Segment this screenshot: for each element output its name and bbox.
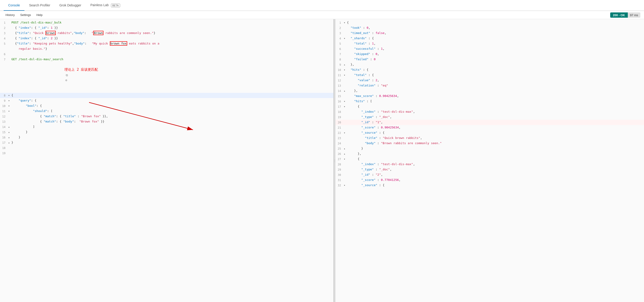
history-button[interactable]: History [4, 12, 16, 17]
code-line-3: 3 {"title": "Quick brown rabbits","body"… [0, 30, 334, 36]
result-line-30: 30 "_id" : "2", [336, 172, 644, 177]
code-line-7: 7 GET /test-dsl-dis-max/_search 理论上 2 应该… [0, 57, 334, 93]
result-line-12: 12 "value" : 2, [336, 78, 644, 83]
result-line-15: 15 "max_score" : 0.90425634, [336, 93, 644, 99]
status-badge-area: 200 - OK 97 ms [610, 12, 640, 17]
result-line-6: 6 "successful" : 1, [336, 46, 644, 51]
status-ok-label: 200 - OK [610, 12, 628, 17]
result-pane[interactable]: 1 ▾ { 2 "took" : 0, 3 "timed_out" : fals… [336, 19, 644, 302]
code-line-11: 11 ▾ "should": [ [0, 109, 334, 114]
result-code: 1 ▾ { 2 "took" : 0, 3 "timed_out" : fals… [336, 19, 644, 189]
result-line-31: 31 "_score" : 0.77041256, [336, 177, 644, 183]
result-line-8: 8 "failed" : 0 [336, 57, 644, 62]
result-line-24: 24 "body" : "Brown rabbits are commonly … [336, 141, 644, 146]
code-line-14: 14 ▴ ] [0, 124, 334, 130]
copy-icon[interactable]: ⧉ [66, 73, 68, 77]
code-line-6: 6 [0, 51, 334, 57]
result-line-18: 18 "_index" : "test-dsl-dis-max", [336, 109, 644, 114]
result-line-27: 27 ▾ { [336, 156, 644, 162]
main-content: 1 POST /test-dsl-dis-max/_bulk 2 { "inde… [0, 19, 644, 302]
code-line-15: 15 ▴ } [0, 130, 334, 135]
result-line-14: 14 ▴ }, [336, 88, 644, 93]
result-line-4: 4 ▾ "_shards" : { [336, 36, 644, 41]
annotation-text: 理论上 2 应该更匹配 [64, 67, 98, 72]
result-line-11: 11 ▾ "total" : { [336, 72, 644, 78]
code-line-9: 9 ▾ "query": { [0, 98, 334, 103]
result-line-19: 19 "_type" : "_doc", [336, 114, 644, 120]
code-line-5b: regular basis."} [0, 46, 334, 51]
tab-search-profiler[interactable]: Search Profiler [24, 0, 55, 11]
settings-small-icon[interactable]: ⚙ [65, 78, 67, 82]
code-line-2: 2 { "index": { "_id": 1 }} [0, 25, 334, 30]
code-line-5: 5 {"title": "Keeping pets healthy","body… [0, 41, 334, 46]
result-line-13: 13 "relation" : "eq" [336, 83, 644, 88]
result-line-9: 9 ▴ }, [336, 62, 644, 67]
result-line-26: 26 ▴ }, [336, 151, 644, 156]
result-line-23: 23 "title" : "Quick brown rabbits", [336, 135, 644, 141]
result-line-29: 29 "_type" : "_doc", [336, 167, 644, 172]
result-line-20: 20 "_id" : "1", [336, 120, 644, 125]
code-line-1: 1 POST /test-dsl-dis-max/_bulk [0, 20, 334, 25]
result-line-1: 1 ▾ { [336, 20, 644, 25]
code-line-4: 4 { "index": { "_id": 2 }} [0, 36, 334, 41]
editor-pane[interactable]: 1 POST /test-dsl-dis-max/_bulk 2 { "inde… [0, 19, 334, 302]
tab-painless-lab[interactable]: Painless Lab BETA [86, 0, 125, 11]
code-line-13: 13 { "match": { "body": "Brown fox" }} [0, 119, 334, 124]
tab-grok-debugger[interactable]: Grok Debugger [55, 0, 86, 11]
result-line-21: 21 "_score" : 0.90425634, [336, 125, 644, 130]
code-line-19: 19 [0, 151, 334, 156]
code-editor[interactable]: 1 POST /test-dsl-dis-max/_bulk 2 { "inde… [0, 19, 334, 157]
status-time-label: 97 ms [628, 12, 640, 17]
result-line-16: 16 ▾ "hits" : [ [336, 99, 644, 104]
top-navigation: Console Search Profiler Grok Debugger Pa… [0, 0, 644, 11]
result-line-25: 25 ▴ } [336, 146, 644, 151]
result-line-28: 28 "_index" : "test-dsl-dis-max", [336, 162, 644, 167]
code-line-8: 8 ▾ { [0, 93, 334, 98]
code-line-17: 17 ▴ } [0, 140, 334, 145]
settings-button[interactable]: Settings [18, 12, 33, 17]
code-line-10: 10 ▾ "bool": { [0, 103, 334, 109]
second-navigation: History Settings Help 200 - OK 97 ms [0, 11, 644, 19]
help-button[interactable]: Help [34, 12, 44, 17]
code-line-12: 12 { "match": { "title" : "Brown fox" }}… [0, 114, 334, 119]
result-line-7: 7 "skipped" : 0, [336, 51, 644, 57]
code-line-18: 18 [0, 145, 334, 151]
result-line-22: 22 ▾ "_source" : { [336, 130, 644, 135]
beta-badge: BETA [111, 4, 120, 7]
result-line-32: 32 ▾ "_source" : { [336, 183, 644, 188]
tab-console[interactable]: Console [4, 0, 24, 11]
result-line-5: 5 "total" : 1, [336, 41, 644, 46]
result-line-10: 10 ▾ "hits" : { [336, 67, 644, 72]
code-line-16: 16 ▴ } [0, 135, 334, 140]
result-line-17: 17 ▾ { [336, 104, 644, 109]
result-line-3: 3 "timed_out" : false, [336, 30, 644, 36]
result-line-2: 2 "took" : 0, [336, 25, 644, 30]
